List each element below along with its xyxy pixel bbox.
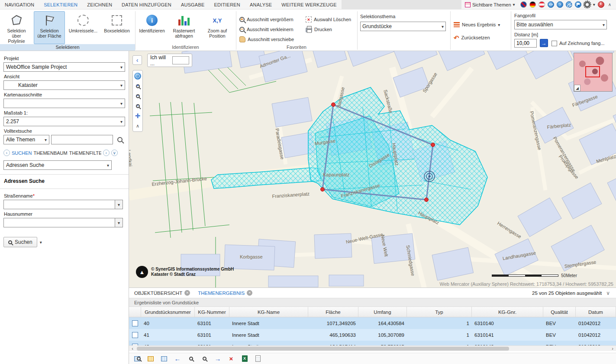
table-row[interactable]: 41 63101 Innere Stadt 465,190633 105,307… [129, 329, 616, 341]
col-kg-nummer[interactable]: KG-Nummer [195, 307, 229, 317]
snap-on-drawing-checkbox[interactable]: Auf Zeichnung fang... [551, 39, 605, 47]
circle-selection-button[interactable]: Umkreissele... [68, 11, 99, 44]
street-name-input[interactable] [3, 200, 115, 209]
center-selected-button[interactable] [200, 355, 208, 363]
tab-themenergebnis[interactable]: THEMENERGEBNIS × [198, 290, 252, 296]
language-german-icon[interactable] [529, 1, 536, 8]
tab-objektuebersicht[interactable]: OBJEKTÜBERSICHT × [134, 290, 190, 296]
col-typ[interactable]: Typ [407, 307, 472, 317]
map-extents-select[interactable]: ▾ [3, 99, 125, 108]
house-number-input[interactable] [3, 218, 115, 227]
col-grundstuecksnummer[interactable]: Grundstücksnummer [141, 307, 195, 317]
box-selection-button[interactable]: Boxselektion [101, 11, 132, 44]
scroll-left-button[interactable]: ‹ [129, 346, 136, 351]
visible-themes-button[interactable]: Sichtbare Themen ▾ [465, 2, 518, 7]
horizontal-scrollbar[interactable]: ‹ › [129, 345, 616, 351]
overview-toggle-button[interactable]: ◢ [574, 85, 581, 91]
col-datum[interactable]: Datum [576, 307, 616, 317]
next-record-button[interactable]: → [214, 355, 222, 363]
house-number-dropdown-button[interactable]: ▾ [115, 218, 123, 227]
help-icon[interactable]: ? [557, 1, 563, 8]
map-canvas[interactable] [129, 51, 616, 287]
toolbar-scroll-up-button[interactable]: ∧ [133, 121, 142, 130]
search-scope-select[interactable]: Alle Themen ▾ [3, 135, 49, 144]
zoom-out-extent-button[interactable]: − Ausschnitt verkleinern [239, 26, 293, 33]
collapse-ribbon-icon[interactable]: ∧ [607, 2, 613, 7]
tab-daten-hinzufuegen[interactable]: DATEN HINZUFÜGEN [117, 0, 176, 10]
gear-icon[interactable] [584, 1, 590, 8]
tabs-scroll-right-button[interactable]: › [103, 150, 110, 156]
identify-button[interactable]: i Identifizieren [138, 11, 166, 44]
zoom-out-button[interactable]: − [133, 92, 142, 100]
reset-button[interactable]: ↶ Zurücksetzen [454, 34, 490, 42]
power-icon[interactable] [598, 1, 604, 8]
col-kg-name[interactable]: KG-Name [229, 307, 308, 317]
suchen-button[interactable]: Suchen [3, 237, 37, 247]
record-icon[interactable] [132, 344, 138, 346]
street-name-dropdown-button[interactable]: ▾ [115, 200, 123, 209]
excel-export-button[interactable]: X [241, 355, 248, 363]
clear-selection-button[interactable]: × Auswahl Löschen [306, 16, 351, 23]
ich-will-input[interactable] [172, 56, 189, 64]
fulltext-search-input[interactable] [51, 135, 113, 144]
language-austrian-icon[interactable] [539, 1, 545, 8]
col-qualitaet[interactable]: Qualität [543, 307, 576, 317]
tabs-more-button[interactable]: ∨ [111, 150, 118, 156]
remove-result-button[interactable]: × [227, 355, 235, 363]
selection-theme-select[interactable]: Grundstücke ▾ [360, 22, 446, 31]
zoom-to-result-button[interactable] [133, 355, 141, 363]
tab-themenbaum[interactable]: THEMENBAUM [33, 150, 67, 156]
table-row[interactable]: 40 63101 Innere Stadt 1071,349205 164,43… [129, 317, 616, 329]
tab-selektieren[interactable]: SELEKTIEREN [39, 0, 82, 10]
new-table-button[interactable] [160, 355, 168, 363]
selection-polyline-button[interactable]: Selektion über Polylinie [2, 11, 31, 44]
previous-extent-button[interactable]: ‹ [133, 102, 142, 110]
ich-will-search[interactable]: Ich will ... [147, 54, 192, 67]
save-icon[interactable] [575, 1, 581, 8]
tab-editieren[interactable]: EDITIEREN [209, 0, 245, 10]
zoom-to-position-button[interactable]: X,Y Zoom auf Position [202, 11, 233, 44]
tabs-scroll-left-button[interactable]: ‹ [3, 150, 10, 156]
selection-area-button[interactable]: Selektion über Fläche [34, 11, 65, 44]
collapse-panel-button[interactable]: ∨ [606, 290, 611, 296]
pan-extent-button[interactable]: Ausschnitt verschiebe [239, 35, 294, 43]
record-icon[interactable] [132, 332, 138, 338]
overview-map[interactable]: ◢ [574, 53, 613, 92]
map-view[interactable]: Admonter Ga... Sporgasse Sackstraße Färb… [129, 51, 616, 287]
language-english-icon[interactable] [520, 1, 527, 8]
tab-weitere-werkzeuge[interactable]: WEITERE WERKZEUGE [277, 0, 341, 10]
suchen-dropdown-button[interactable]: ▾ [40, 240, 42, 245]
apply-distance-button[interactable]: → [540, 39, 548, 47]
tab-zeichnen[interactable]: ZEICHNEN [82, 0, 117, 10]
previous-record-button[interactable]: ← [174, 355, 181, 363]
overview-extent-rectangle[interactable] [585, 66, 600, 77]
col-flaeche[interactable]: Fläche [308, 307, 358, 317]
snap-profile-select[interactable]: Bitte auswählen ▾ [514, 20, 607, 29]
gear-dropdown-icon[interactable]: ▾ [593, 2, 595, 7]
col-umfang[interactable]: Umfang [358, 307, 407, 317]
close-icon[interactable]: × [247, 290, 252, 296]
show-table-button[interactable] [147, 355, 155, 363]
pan-button[interactable]: ✛ [133, 112, 142, 120]
zoom-in-extent-button[interactable]: + Ausschnitt vergrößern [239, 16, 293, 23]
tab-analyse[interactable]: ANALYSE [245, 0, 277, 10]
print-button[interactable]: Drucken [306, 26, 332, 33]
search-button[interactable] [115, 135, 125, 144]
view-select[interactable]: Kataster ▾ [3, 80, 125, 90]
globe-icon[interactable] [548, 1, 554, 8]
zoom-selected-button[interactable] [187, 355, 195, 363]
search-type-select[interactable]: Adressen Suche ▾ [3, 160, 112, 170]
scroll-right-button[interactable]: › [609, 346, 616, 351]
record-icon[interactable] [132, 320, 138, 326]
link-icon[interactable] [566, 1, 572, 8]
new-result-button[interactable]: Neues Ergebnis ▾ [454, 21, 500, 29]
tab-themenfilter[interactable]: THEMENFILTER [69, 150, 101, 156]
scrollbar-thumb[interactable] [137, 347, 509, 351]
project-select[interactable]: WebOffice Sample Project ▾ [3, 62, 125, 72]
tab-navigation[interactable]: NAVIGATION [0, 0, 39, 10]
raster-query-button[interactable]: Rasterwert abfragen [170, 11, 198, 44]
scale-select[interactable]: 2.257 ▾ [3, 117, 125, 126]
col-kg-gnr[interactable]: KG-Gnr. [472, 307, 543, 317]
tab-suchen[interactable]: SUCHEN [12, 150, 32, 156]
table-row[interactable]: 42 63101 Innere Stadt 124,517414 53,7562… [129, 341, 616, 345]
